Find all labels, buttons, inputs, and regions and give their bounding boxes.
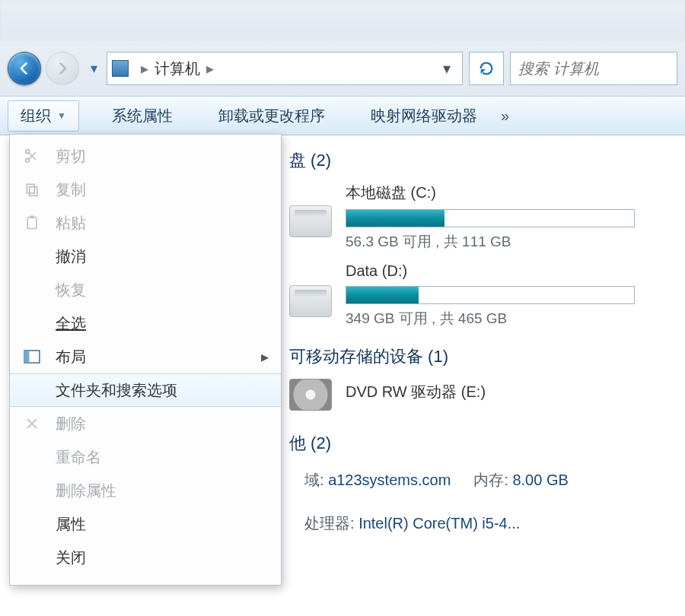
cpu-value: Intel(R) Core(TM) i5-4... (358, 515, 520, 532)
menu-cut[interactable]: 剪切 (10, 139, 281, 173)
drive-subtext: 349 GB 可用 , 共 465 GB (346, 309, 635, 329)
drive-subtext: 56.3 GB 可用 , 共 111 GB (346, 232, 635, 252)
svg-rect-3 (30, 187, 37, 196)
layout-icon (21, 345, 43, 368)
organize-button[interactable]: 组织 ▼ (8, 100, 79, 132)
submenu-arrow-icon: ▸ (261, 348, 269, 366)
drive-c[interactable]: 本地磁盘 (C:) 56.3 GB 可用 , 共 111 GB (289, 183, 667, 252)
menu-delete[interactable]: 删除 (10, 407, 281, 440)
svg-rect-7 (24, 351, 29, 363)
menu-select-all[interactable]: 全选 (10, 306, 281, 340)
capacity-bar (346, 209, 635, 227)
breadcrumb-dropdown-icon[interactable]: ▾ (436, 59, 457, 78)
menu-undo[interactable]: 撤消 (10, 240, 281, 273)
menu-folder-options[interactable]: 文件夹和搜索选项 (10, 373, 281, 407)
svg-rect-4 (27, 218, 37, 229)
refresh-icon (478, 60, 495, 77)
hard-disk-icon (289, 285, 332, 317)
dropdown-caret-icon: ▼ (57, 110, 66, 121)
copy-icon (21, 178, 43, 201)
search-input[interactable] (518, 60, 669, 78)
svg-point-0 (26, 150, 30, 154)
delete-icon (21, 412, 43, 435)
group-hard-disks[interactable]: 盘 (2) (289, 149, 667, 172)
history-dropdown[interactable]: ▾ (85, 60, 102, 77)
svg-rect-5 (30, 216, 34, 218)
menu-copy[interactable]: 复制 (10, 173, 281, 206)
map-network-drive-button[interactable]: 映射网络驱动器 (358, 100, 490, 132)
breadcrumb-root[interactable]: 计算机 (155, 59, 200, 79)
drive-d[interactable]: Data (D:) 349 GB 可用 , 共 465 GB (289, 262, 667, 329)
breadcrumb[interactable]: ▸ 计算机 ▸ ▾ (107, 52, 463, 85)
scissors-icon (21, 144, 43, 167)
toolbar: 组织 ▼ 系统属性 卸载或更改程序 映射网络驱动器 » (0, 96, 685, 135)
clipboard-icon (21, 211, 43, 234)
details-pane: 域: a123systems.com 内存: 8.00 GB 处理器: Inte… (289, 470, 667, 534)
uninstall-program-button[interactable]: 卸载或更改程序 (206, 100, 338, 132)
nav-row: ▾ ▸ 计算机 ▸ ▾ (0, 41, 685, 96)
organize-menu: 剪切 复制 粘贴 撤消 恢复 全选 (9, 134, 282, 586)
drive-dvd[interactable]: DVD RW 驱动器 (E:) (289, 379, 667, 411)
dvd-drive-icon (289, 379, 332, 411)
titlebar-blur (0, 0, 685, 41)
toolbar-overflow-button[interactable]: » (501, 107, 511, 125)
menu-remove-properties[interactable]: 删除属性 (10, 474, 281, 507)
menu-redo[interactable]: 恢复 (10, 273, 281, 306)
menu-close[interactable]: 关闭 (10, 541, 281, 574)
group-other[interactable]: 他 (2) (289, 432, 667, 455)
capacity-bar-fill (346, 287, 419, 303)
capacity-bar-fill (346, 210, 444, 227)
drive-name: 本地磁盘 (C:) (346, 183, 635, 203)
forward-button[interactable] (46, 52, 79, 85)
drive-name: DVD RW 驱动器 (E:) (346, 382, 486, 402)
organize-label: 组织 (21, 106, 51, 126)
back-button[interactable] (8, 52, 41, 85)
breadcrumb-sep-icon: ▸ (135, 59, 155, 78)
memory-value: 8.00 GB (512, 472, 568, 488)
system-properties-button[interactable]: 系统属性 (99, 100, 186, 132)
menu-rename[interactable]: 重命名 (10, 440, 281, 474)
search-box[interactable] (510, 52, 677, 85)
menu-layout[interactable]: 布局 ▸ (10, 340, 281, 373)
menu-paste[interactable]: 粘贴 (10, 206, 281, 240)
computer-icon (112, 60, 129, 77)
domain-value: a123systems.com (328, 472, 451, 488)
breadcrumb-sep-icon: ▸ (200, 59, 220, 78)
svg-rect-2 (27, 184, 34, 193)
menu-properties[interactable]: 属性 (10, 507, 281, 541)
content-area: 剪切 复制 粘贴 撤消 恢复 全选 (0, 135, 685, 616)
arrow-right-icon (55, 61, 70, 76)
arrow-left-icon (17, 61, 32, 76)
capacity-bar (346, 286, 635, 304)
refresh-button[interactable] (469, 52, 504, 85)
hard-disk-icon (289, 205, 332, 237)
group-removable[interactable]: 可移动存储的设备 (1) (289, 345, 667, 368)
svg-point-1 (26, 158, 30, 162)
drive-name: Data (D:) (346, 262, 635, 280)
